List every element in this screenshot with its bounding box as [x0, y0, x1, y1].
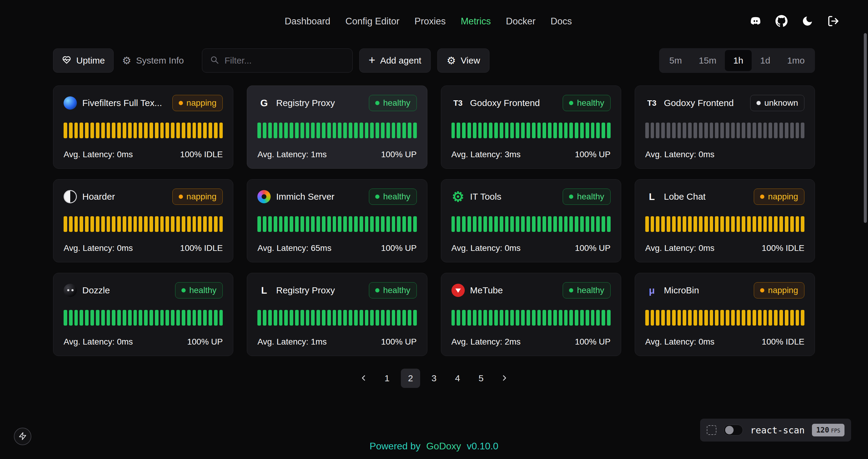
uptime-bar — [656, 310, 659, 326]
uptime-bar — [651, 216, 654, 232]
uptime-bar — [764, 310, 767, 326]
uptime-bar — [203, 123, 207, 138]
latency-label: Avg. Latency: 1ms — [257, 337, 327, 347]
service-card[interactable]: T3 Godoxy Frontend healthy Avg. Latency:… — [441, 86, 621, 169]
time-range-15m[interactable]: 15m — [690, 50, 725, 71]
uptime-bar — [171, 216, 175, 232]
uptime-bar — [796, 216, 799, 232]
card-header: T3 Godoxy Frontend unknown — [645, 95, 804, 111]
filter-input[interactable] — [224, 56, 344, 66]
nav-docs[interactable]: Docs — [551, 16, 572, 27]
uptime-bar — [478, 310, 482, 326]
uptime-bar — [542, 216, 546, 232]
service-card[interactable]: μ MicroBin napping Avg. Latency: 0ms 100… — [635, 273, 815, 356]
uptime-bar — [343, 123, 347, 138]
status-label: healthy — [577, 98, 604, 108]
github-button[interactable] — [775, 14, 788, 28]
service-card[interactable]: Fivefilters Full Tex... napping Avg. Lat… — [53, 86, 233, 169]
quick-action-button[interactable] — [14, 428, 31, 445]
uptime-bar — [117, 310, 121, 326]
pagination: 1 2 3 4 5 — [0, 369, 868, 388]
uptime-bar — [257, 216, 261, 232]
uptime-bar — [69, 216, 73, 232]
godoxy-link[interactable]: GoDoxy — [426, 440, 461, 452]
fps-badge: 120 FPS — [812, 424, 844, 436]
uptime-bar — [306, 123, 310, 138]
card-title: Immich Server — [257, 190, 334, 203]
uptime-bar — [370, 310, 374, 326]
uptime-bar — [274, 216, 277, 232]
time-range-1mo[interactable]: 1mo — [779, 50, 813, 71]
status-label: healthy — [189, 286, 216, 295]
react-scan-toggle[interactable] — [724, 425, 743, 435]
service-card[interactable]: Hoarder napping Avg. Latency: 0ms 100% I… — [53, 179, 233, 262]
page-button-4[interactable]: 4 — [448, 369, 467, 388]
nav-config-editor[interactable]: Config Editor — [345, 16, 399, 27]
page-button-2[interactable]: 2 — [401, 369, 420, 388]
nav-metrics[interactable]: Metrics — [461, 16, 491, 27]
uptime-bar — [171, 310, 175, 326]
nav-proxies[interactable]: Proxies — [414, 16, 445, 27]
view-button[interactable]: ⚙ View — [437, 48, 490, 73]
uptime-bar — [144, 310, 148, 326]
status-label: napping — [187, 192, 217, 201]
add-agent-button[interactable]: + Add agent — [359, 48, 431, 73]
uptime-bar — [333, 123, 336, 138]
status-dot-icon — [179, 101, 183, 105]
time-range-1d[interactable]: 1d — [752, 50, 778, 71]
dark-mode-moon-icon — [801, 15, 813, 28]
uptime-bar — [176, 216, 180, 232]
service-card[interactable]: Dozzle healthy Avg. Latency: 0ms 100% UP — [53, 273, 233, 356]
uptime-bar — [478, 216, 482, 232]
uptime-bar — [257, 310, 261, 326]
uptime-bar — [123, 216, 126, 232]
service-card[interactable]: L Lobe Chat napping Avg. Latency: 0ms 10… — [635, 179, 815, 262]
service-card[interactable]: MeTube healthy Avg. Latency: 2ms 100% UP — [441, 273, 621, 356]
uptime-bar — [790, 310, 794, 326]
uptime-bar — [69, 310, 73, 326]
uptime-bar — [96, 123, 99, 138]
prev-page-button[interactable] — [354, 369, 373, 388]
uptime-bar — [193, 123, 196, 138]
service-card[interactable]: L Registry Proxy healthy Avg. Latency: 1… — [247, 273, 427, 356]
uptime-bar — [408, 310, 411, 326]
nav-dashboard[interactable]: Dashboard — [284, 16, 330, 27]
page-button-3[interactable]: 3 — [424, 369, 444, 388]
uptime-bar — [527, 216, 530, 232]
scrollbar-thumb[interactable] — [864, 33, 867, 223]
service-card[interactable]: Immich Server healthy Avg. Latency: 65ms… — [247, 179, 427, 262]
uptime-bar — [505, 216, 509, 232]
time-range-1h[interactable]: 1h — [725, 50, 752, 71]
uptime-bar — [123, 310, 126, 326]
card-header: Fivefilters Full Tex... napping — [64, 95, 223, 111]
uptime-bar — [737, 123, 740, 138]
uptime-label: 100% UP — [381, 243, 416, 253]
uptime-bar — [667, 216, 670, 232]
page-button-1[interactable]: 1 — [377, 369, 397, 388]
tab-uptime-label: Uptime — [76, 56, 105, 66]
next-page-button[interactable] — [495, 369, 514, 388]
toggle-knob — [725, 426, 734, 434]
nav-docker[interactable]: Docker — [506, 16, 535, 27]
uptime-bar — [74, 310, 78, 326]
uptime-bar — [699, 310, 703, 326]
logout-button[interactable] — [827, 14, 840, 28]
service-card[interactable]: G Registry Proxy healthy Avg. Latency: 1… — [247, 86, 427, 169]
theme-toggle-button[interactable] — [801, 14, 814, 28]
uptime-bar — [607, 216, 611, 232]
tab-uptime[interactable]: Uptime — [53, 48, 114, 73]
service-card[interactable]: T3 Godoxy Frontend unknown Avg. Latency:… — [635, 86, 815, 169]
discord-button[interactable] — [749, 14, 763, 28]
status-badge: napping — [754, 282, 804, 298]
uptime-bar — [123, 123, 126, 138]
uptime-bars — [257, 123, 416, 138]
service-card[interactable]: IT Tools healthy Avg. Latency: 0ms 100% … — [441, 179, 621, 262]
uptime-bar — [290, 123, 293, 138]
time-range-5m[interactable]: 5m — [661, 50, 690, 71]
service-name: Dozzle — [82, 285, 110, 295]
uptime-bar — [764, 216, 767, 232]
fivefilters-icon — [64, 96, 77, 110]
tab-system-info[interactable]: ⚙ System Info — [114, 48, 192, 73]
page-button-5[interactable]: 5 — [471, 369, 491, 388]
uptime-bar — [402, 216, 406, 232]
